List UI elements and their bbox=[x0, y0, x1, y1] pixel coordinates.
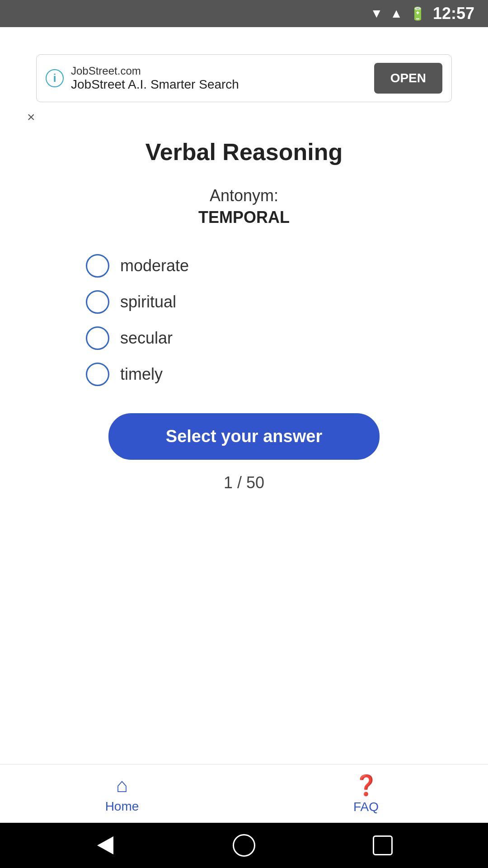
ad-title: JobStreet A.I. Smarter Search bbox=[71, 77, 374, 92]
nav-faq[interactable]: ❓ FAQ bbox=[244, 764, 488, 823]
status-bar: ▼ ▲ 🔋 12:57 bbox=[0, 0, 488, 27]
question-word: TEMPORAL bbox=[198, 208, 290, 227]
ad-open-button[interactable]: OPEN bbox=[374, 63, 442, 94]
signal-icon: ▲ bbox=[390, 6, 403, 21]
option-timely-label: timely bbox=[120, 365, 163, 384]
faq-label: FAQ bbox=[353, 800, 379, 814]
radio-moderate[interactable] bbox=[86, 254, 109, 278]
main-content: Verbal Reasoning Antonym: TEMPORAL moder… bbox=[0, 120, 488, 764]
ad-text-block: JobStreet.com JobStreet A.I. Smarter Sea… bbox=[71, 65, 374, 92]
page-title: Verbal Reasoning bbox=[145, 138, 343, 165]
ad-banner: i JobStreet.com JobStreet A.I. Smarter S… bbox=[18, 41, 470, 111]
radio-timely[interactable] bbox=[86, 363, 109, 386]
battery-icon: 🔋 bbox=[410, 6, 426, 21]
clock: 12:57 bbox=[433, 4, 474, 23]
ad-info-icon: i bbox=[46, 69, 64, 87]
options-list: moderate spiritual secular timely bbox=[86, 250, 402, 391]
home-button[interactable] bbox=[230, 832, 258, 859]
option-moderate[interactable]: moderate bbox=[86, 250, 402, 282]
option-timely[interactable]: timely bbox=[86, 358, 402, 391]
faq-icon: ❓ bbox=[354, 774, 379, 797]
bottom-nav: ⌂ Home ❓ FAQ bbox=[0, 764, 488, 823]
nav-home[interactable]: ⌂ Home bbox=[0, 764, 244, 823]
home-label: Home bbox=[105, 799, 139, 814]
home-icon: ⌂ bbox=[116, 774, 128, 797]
option-spiritual[interactable]: spiritual bbox=[86, 286, 402, 318]
back-button[interactable] bbox=[92, 832, 119, 859]
progress-indicator: 1 / 50 bbox=[224, 473, 264, 492]
radio-spiritual[interactable] bbox=[86, 290, 109, 314]
option-secular[interactable]: secular bbox=[86, 322, 402, 354]
recents-button[interactable] bbox=[369, 832, 396, 859]
radio-secular[interactable] bbox=[86, 326, 109, 350]
android-nav-bar bbox=[0, 823, 488, 868]
submit-button[interactable]: Select your answer bbox=[108, 413, 380, 460]
question-block: Antonym: TEMPORAL bbox=[198, 184, 290, 227]
question-prefix: Antonym: bbox=[198, 184, 290, 208]
option-spiritual-label: spiritual bbox=[120, 292, 176, 311]
ad-domain: JobStreet.com bbox=[71, 65, 374, 77]
option-secular-label: secular bbox=[120, 329, 173, 348]
wifi-icon: ▼ bbox=[370, 6, 383, 21]
option-moderate-label: moderate bbox=[120, 256, 189, 275]
ad-close-button[interactable]: × bbox=[18, 109, 44, 125]
